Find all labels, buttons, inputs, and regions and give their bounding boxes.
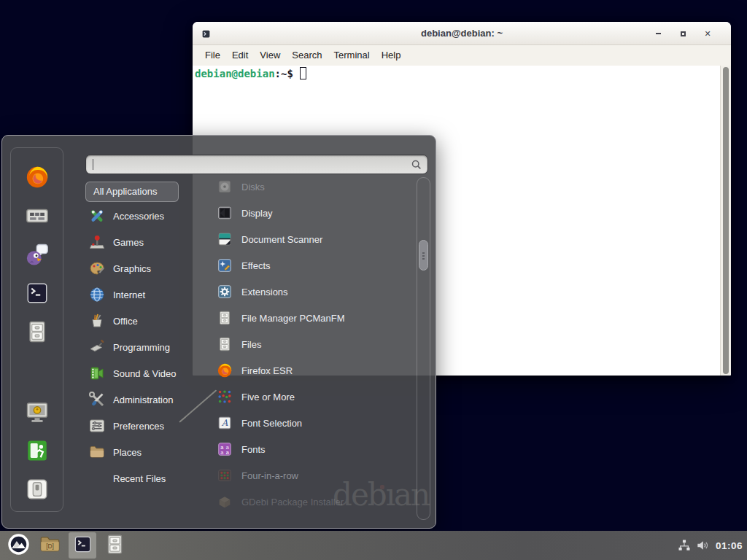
terminal-menu-edit[interactable]: Edit [226, 45, 254, 66]
programming-icon [88, 338, 106, 356]
terminal-titlebar[interactable]: debian@debian: ~ ✕ [193, 22, 731, 45]
file-cabinet-icon [217, 310, 233, 326]
app-file-manager-pcmanfm[interactable]: File Manager PCManFM [212, 305, 414, 331]
category-accessories[interactable]: Accessories [85, 203, 202, 229]
category-administration[interactable]: Administration [85, 386, 202, 413]
firefox-icon [25, 165, 50, 192]
application-list: DisksDisplayDocument ScannerEffectsExten… [212, 174, 414, 515]
five-or-more-icon [217, 389, 233, 405]
category-label: Places [113, 447, 142, 458]
category-label: Programming [113, 342, 170, 353]
internet-icon [88, 286, 106, 303]
control-panel-icon [25, 203, 50, 231]
document-scanner-icon [217, 231, 233, 247]
terminal-prompt: debian@debian:~$ [195, 67, 306, 79]
category-label: Preferences [113, 421, 164, 432]
application-menu: All Applications AccessoriesGamesGraphic… [1, 135, 436, 529]
favorite-file-manager[interactable] [24, 320, 50, 346]
volume-icon[interactable] [695, 538, 710, 553]
terminal-menu-help[interactable]: Help [376, 45, 407, 66]
file-cabinet-icon [25, 319, 50, 347]
files-launcher[interactable] [102, 532, 128, 559]
font-selection-icon: A [217, 415, 233, 431]
favorite-lock-screen[interactable] [24, 400, 50, 427]
terminal-scrollbar-thumb[interactable] [723, 67, 729, 374]
menu-button[interactable] [6, 532, 31, 559]
app-label: Five or More [241, 392, 295, 402]
app-list-scrollbar[interactable] [417, 177, 430, 520]
logout-icon [25, 438, 50, 466]
app-document-scanner[interactable]: Document Scanner [212, 226, 414, 252]
maximize-button[interactable] [678, 29, 687, 38]
category-all-applications[interactable]: All Applications [85, 182, 179, 202]
file-cabinet-icon [217, 336, 233, 352]
category-office[interactable]: Office [85, 308, 202, 334]
terminal-menu-search[interactable]: Search [286, 45, 328, 66]
lock-screen-icon [25, 400, 50, 427]
terminal-launcher[interactable] [69, 532, 96, 559]
favorite-shutdown[interactable] [24, 478, 50, 504]
category-label: Sound & Video [113, 368, 177, 379]
minimize-button[interactable] [654, 29, 662, 38]
app-list-scrollbar-thumb[interactable] [419, 240, 428, 271]
taskbar-launchers: [D] [0, 531, 128, 560]
prompt-user-host: debian@debian [195, 68, 275, 79]
category-internet[interactable]: Internet [85, 281, 202, 308]
search-box[interactable] [85, 155, 428, 174]
clock[interactable]: 01:06 [716, 540, 743, 551]
prompt-path: :~$ [275, 68, 293, 79]
favorite-pidgin[interactable] [24, 243, 50, 269]
category-places[interactable]: Places [85, 439, 202, 465]
app-gdebi-package-installer[interactable]: GDebi Package Installer [212, 489, 414, 515]
app-label: Fonts [241, 444, 266, 455]
favorite-firefox[interactable] [24, 166, 50, 192]
accessories-icon [88, 207, 106, 225]
favorites-panel [10, 147, 63, 512]
category-graphics[interactable]: Graphics [85, 255, 202, 281]
terminal-scrollbar[interactable] [720, 66, 731, 376]
category-label: Games [113, 237, 144, 248]
file-manager-launcher[interactable]: [D] [37, 532, 63, 559]
pidgin-icon [25, 242, 50, 270]
app-effects[interactable]: Effects [212, 252, 414, 279]
app-files[interactable]: Files [212, 331, 414, 357]
category-programming[interactable]: Programming [85, 334, 202, 360]
search-input[interactable] [86, 155, 427, 174]
favorite-logout[interactable] [24, 439, 50, 465]
app-label: Files [241, 339, 261, 350]
network-icon[interactable] [677, 538, 692, 553]
favorite-control-panel[interactable] [24, 204, 50, 230]
app-extensions[interactable]: Extensions [212, 279, 414, 305]
category-recent-files[interactable]: Recent Files [85, 465, 202, 491]
tb-folder-icon: [D] [39, 533, 61, 559]
terminal-menubar: FileEditViewSearchTerminalHelp [193, 45, 731, 66]
terminal-menu-terminal[interactable]: Terminal [328, 45, 376, 66]
app-label: GDebi Package Installer [241, 497, 344, 508]
close-button[interactable]: ✕ [703, 29, 712, 38]
app-label: File Manager PCManFM [241, 313, 345, 324]
sound-video-icon [88, 365, 106, 382]
category-label: Administration [113, 394, 173, 405]
category-sound-video[interactable]: Sound & Video [85, 360, 202, 386]
blank-icon [88, 470, 106, 487]
terminal-icon [73, 534, 93, 557]
app-four-in-a-row[interactable]: Four-in-a-row [212, 462, 414, 489]
app-label: Extensions [241, 287, 288, 298]
firefox-icon [217, 362, 233, 378]
category-label: Accessories [113, 211, 164, 222]
app-five-or-more[interactable]: Five or More [212, 384, 414, 410]
terminal-menu-file[interactable]: File [199, 45, 226, 66]
system-tray: 01:06 [677, 531, 743, 560]
app-label: Font Selection [241, 418, 302, 429]
app-firefox-esr[interactable]: Firefox ESR [212, 357, 414, 384]
app-display[interactable]: Display [212, 200, 414, 226]
favorite-terminal[interactable] [24, 281, 50, 308]
app-disks[interactable]: Disks [212, 174, 414, 200]
gdebi-icon [217, 494, 233, 510]
app-fonts[interactable]: aaaaFonts [212, 436, 414, 462]
terminal-menu-view[interactable]: View [254, 45, 286, 66]
app-font-selection[interactable]: AFont Selection [212, 410, 414, 436]
preferences-icon [88, 417, 106, 435]
category-games[interactable]: Games [85, 229, 202, 255]
menu-logo-icon [7, 533, 30, 559]
